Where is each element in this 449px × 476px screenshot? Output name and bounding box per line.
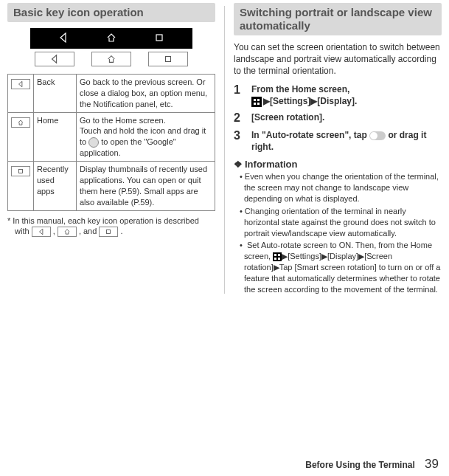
svg-rect-0 <box>156 35 162 41</box>
table-row: Recently used apps Display thumbnails of… <box>8 162 215 210</box>
apps-grid-icon <box>273 252 282 261</box>
back-icon <box>58 32 69 46</box>
cell-back-name: Back <box>34 75 77 113</box>
back-key-box <box>35 52 74 66</box>
svg-rect-3 <box>107 230 111 234</box>
nav-bar-outline <box>30 52 192 66</box>
column-separator <box>224 6 225 294</box>
nav-bar-black <box>30 28 192 49</box>
recent-icon <box>153 32 165 46</box>
step-number: 3 <box>234 129 246 153</box>
cell-recent-icon <box>8 162 34 210</box>
google-circle-icon <box>88 137 99 148</box>
toggle-off-icon <box>369 131 386 140</box>
home-key-box <box>91 52 131 66</box>
key-illustration <box>30 28 192 66</box>
step-number: 1 <box>234 83 246 107</box>
svg-rect-1 <box>165 57 170 62</box>
page-number: 39 <box>425 457 439 471</box>
home-icon <box>58 227 77 237</box>
step-1-body: From the Home screen, ▶[Settings]▶[Displ… <box>251 83 357 107</box>
info-item: Set Auto-rotate screen to ON. Then, from… <box>240 240 442 294</box>
arrow-icon: ▶ <box>310 96 317 106</box>
table-row: Home Go to the Home screen. Touch and ho… <box>8 112 215 162</box>
left-column: Basic key icon operation <box>7 3 215 297</box>
cell-back-desc: Go back to the previous screen. Or close… <box>77 75 215 113</box>
step-3: 3 In "Auto-rotate screen", tap or drag i… <box>234 129 442 153</box>
right-column: Switching portrait or landscape view aut… <box>234 3 442 297</box>
arrow-icon: ▶ <box>263 96 270 106</box>
page-columns: Basic key icon operation <box>0 0 449 326</box>
cell-recent-name: Recently used apps <box>34 162 77 210</box>
cell-home-icon <box>8 112 34 162</box>
key-table: Back Go back to the previous screen. Or … <box>7 74 215 211</box>
left-header-text: Basic key icon operation <box>13 6 209 19</box>
step-2-body: [Screen rotation]. <box>251 111 324 125</box>
cell-home-desc: Go to the Home screen. Touch and hold th… <box>77 112 215 162</box>
back-icon <box>32 227 51 237</box>
page-footer: Before Using the Terminal 39 <box>305 457 439 472</box>
info-list: Even when you change the orientation of … <box>234 171 442 294</box>
apps-grid-icon <box>251 97 262 107</box>
right-header-text: Switching portrait or landscape view aut… <box>240 6 436 32</box>
recent-icon <box>99 227 118 237</box>
cell-recent-desc: Display thumbnails of recently used appl… <box>77 162 215 210</box>
footnote: * In this manual, each key icon operatio… <box>7 215 215 238</box>
step-3-body: In "Auto-rotate screen", tap or drag it … <box>251 129 442 153</box>
home-icon <box>105 32 117 46</box>
footer-section: Before Using the Terminal <box>305 460 414 470</box>
step-1: 1 From the Home screen, ▶[Settings]▶[Dis… <box>234 83 442 107</box>
info-item: Changing orientation of the terminal in … <box>240 206 442 239</box>
info-heading: Information <box>234 159 442 170</box>
right-header: Switching portrait or landscape view aut… <box>234 3 442 35</box>
steps-list: 1 From the Home screen, ▶[Settings]▶[Dis… <box>234 83 442 154</box>
info-item: Even when you change the orientation of … <box>240 171 442 204</box>
arrow-icon: ▶ <box>282 252 288 261</box>
step-number: 2 <box>234 111 246 125</box>
cell-home-name: Home <box>34 112 77 162</box>
recent-key-box <box>148 52 188 66</box>
intro-text: You can set the screen orientation to sw… <box>234 41 442 77</box>
left-header: Basic key icon operation <box>7 3 215 22</box>
table-row: Back Go back to the previous screen. Or … <box>8 75 215 113</box>
step-2: 2 [Screen rotation]. <box>234 111 442 125</box>
cell-back-icon <box>8 75 34 113</box>
svg-rect-2 <box>19 170 23 173</box>
